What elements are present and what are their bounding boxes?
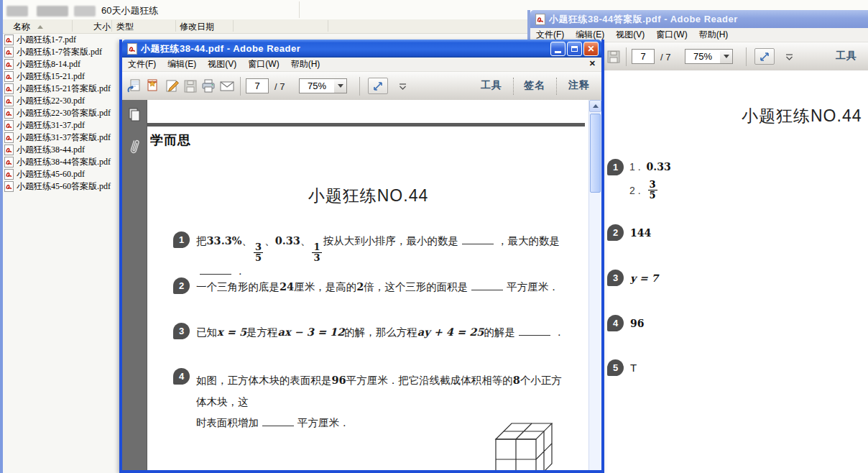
restore-button[interactable] (567, 42, 582, 56)
sort-ascending-icon (37, 25, 43, 29)
email-icon[interactable] (218, 78, 236, 95)
file-name: 小题狂练1-7.pdf (17, 34, 76, 46)
question-3: 3 已知x = 5是方程ax − 3 = 12的解，那么方程ay + 4 = 2… (173, 323, 568, 341)
column-header-modified[interactable]: 修改日期 (180, 21, 214, 33)
pdf-file-icon (4, 96, 14, 106)
menu-item[interactable]: 窗口(W) (242, 58, 285, 70)
tools-panel-button[interactable]: 工具 (836, 50, 857, 63)
pdf-file-icon (4, 144, 14, 155)
minimize-button[interactable] (550, 42, 565, 56)
comment-panel-button[interactable]: 注释 (568, 79, 590, 92)
tools-panel-button[interactable]: 工具 (481, 79, 502, 92)
file-name: 小题狂练45-60答案版.pdf (17, 180, 111, 193)
menu-bar: ✕ 文件(F) 编辑(E) 视图(V) 窗口(W) 帮助(H) (122, 58, 601, 72)
page-total-label: / 7 (660, 52, 670, 63)
fraction: 35 (254, 242, 263, 264)
title-bar[interactable]: 小题狂练38-44答案版.pdf - Adobe Reader (530, 10, 868, 28)
question-badge: 2 (173, 277, 190, 294)
page-thumbnails-icon[interactable] (126, 106, 143, 124)
menu-item[interactable]: 窗口(W) (650, 29, 693, 41)
toolbar-separator (359, 77, 360, 96)
pdf-file-icon (4, 157, 14, 167)
zoom-level-input[interactable]: 75% (685, 49, 721, 64)
page-top-shadow (147, 123, 585, 127)
open-icon[interactable] (126, 78, 143, 95)
file-name: 小题狂练1-7答案版.pdf (17, 46, 102, 58)
column-divider[interactable] (72, 20, 73, 32)
close-document-icon[interactable]: ✕ (589, 59, 596, 68)
answer-blank (471, 280, 503, 290)
answer-badge: 3 (607, 270, 624, 286)
window-title: 小题狂练38-44.pdf - Adobe Reader (141, 42, 546, 55)
create-pdf-icon[interactable] (144, 78, 162, 95)
menu-item[interactable]: 帮助(H) (285, 58, 326, 70)
menu-item[interactable]: 视图(V) (610, 29, 650, 41)
question-badge: 4 (173, 368, 190, 385)
zoom-dropdown-button[interactable] (334, 78, 347, 93)
scrollbar-thumb[interactable] (590, 114, 601, 193)
question-2: 2 一个三角形的底是24厘米，是高的2倍，这个三形的面积是平方厘米． (173, 277, 568, 295)
censored-block (6, 6, 28, 17)
toolbar-separator (240, 77, 241, 96)
column-header-type[interactable]: 类型 (116, 21, 134, 33)
fit-page-button[interactable] (754, 48, 775, 65)
answer-1-line-1: 1 . 0.33 (629, 161, 671, 173)
censored-block (37, 6, 68, 17)
sign-icon[interactable] (164, 78, 181, 95)
scrollbar-up-icon[interactable] (589, 100, 601, 112)
answer-blank (519, 326, 550, 336)
pdf-file-icon (4, 169, 14, 180)
sign-panel-button[interactable]: 签名 (524, 79, 545, 92)
menu-item[interactable]: 文件(F) (122, 58, 162, 70)
fit-page-button[interactable] (368, 78, 388, 94)
pdf-file-icon (4, 83, 14, 94)
page-number-input[interactable]: 7 (632, 49, 655, 64)
column-divider[interactable] (328, 20, 328, 32)
zoom-dropdown-button[interactable] (720, 49, 733, 64)
file-name: 小题狂练38-44答案版.pdf (17, 156, 111, 168)
save-icon[interactable] (182, 78, 199, 95)
column-divider[interactable] (233, 20, 234, 32)
pdf-file-icon (4, 59, 14, 70)
censored-block (74, 6, 96, 17)
column-header-size[interactable]: 大小 (93, 21, 111, 33)
answer-3: y = 7 (630, 272, 658, 284)
zoom-level-input[interactable]: 75% (299, 78, 335, 93)
page-total-label: / 7 (274, 81, 285, 92)
toolbar: 7 / 7 75% 工具 签名 注释 (122, 72, 601, 101)
save-icon[interactable] (605, 48, 622, 65)
file-name: 小题狂练15-21.pdf (17, 70, 85, 83)
doc-title: 小题狂练NO.44 (147, 185, 589, 207)
pdf-file-icon (4, 120, 14, 131)
pdf-file-icon (4, 181, 14, 192)
menu-item[interactable]: 编辑(E) (162, 58, 202, 70)
answer-1-line-2: 2 . 35 (629, 180, 659, 201)
close-button[interactable]: ✕ (583, 42, 599, 56)
pdf-file-icon (4, 108, 14, 119)
page-number-input[interactable]: 7 (246, 78, 269, 93)
explorer-window-border (0, 0, 3, 473)
answer-5: T (630, 362, 637, 374)
menu-item[interactable]: 帮助(H) (693, 29, 734, 41)
more-tools-chevron-icon[interactable] (780, 48, 798, 65)
menu-item[interactable]: 视图(V) (202, 58, 242, 70)
title-bar[interactable]: 小题狂练38-44.pdf - Adobe Reader ✕ (122, 40, 601, 58)
pdf-file-icon (4, 35, 14, 45)
more-tools-chevron-icon[interactable] (394, 78, 411, 95)
fraction: 13 (312, 242, 321, 264)
reader-window-questions: 小题狂练38-44.pdf - Adobe Reader ✕ ✕ 文件(F) 编… (119, 40, 604, 473)
column-header-name[interactable]: 名称 (13, 21, 30, 33)
answers-doc-title: 小题狂练NO.44 (742, 105, 862, 127)
vertical-scrollbar[interactable] (588, 100, 601, 470)
window-title: 小题狂练38-44答案版.pdf - Adobe Reader (549, 13, 868, 26)
print-icon[interactable] (200, 78, 217, 95)
question-1: 1 把33.3%、35、0.33、13按从大到小排序，最小的数是，最大的数是． (173, 231, 568, 279)
answer-badge: 2 (607, 224, 624, 241)
attachments-icon[interactable] (126, 137, 143, 156)
pdf-file-icon (4, 71, 14, 82)
column-divider[interactable] (175, 20, 176, 32)
divider (299, 1, 300, 18)
fraction: 35 (648, 180, 657, 201)
column-divider[interactable] (111, 20, 112, 32)
file-name: 小题狂练22-30答案版.pdf (17, 107, 111, 119)
